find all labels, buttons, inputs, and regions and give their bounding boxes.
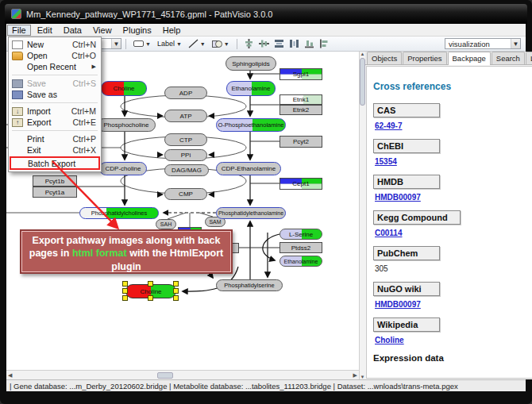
crossref-link[interactable]: 15354 [375, 157, 397, 166]
pathway-node-ctp[interactable]: CTP [164, 133, 207, 146]
selection-handle[interactable] [173, 281, 179, 287]
node-label: Ptdss2 [291, 244, 310, 252]
align-center-horizontal-icon[interactable] [259, 39, 269, 48]
label-tool-text: Label [157, 40, 175, 48]
selection-handle[interactable] [148, 295, 153, 301]
crossref-link[interactable]: HMDB00097 [375, 300, 421, 309]
file-menu-print[interactable]: Print Ctrl+P [9, 133, 101, 144]
pathway-node-ethanolamine-bottom[interactable]: Ethanolamine [279, 256, 322, 267]
pathway-node-phosphocholine[interactable]: Phosphocholine [97, 118, 156, 132]
vertical-scroll-thumb[interactable] [360, 58, 365, 106]
file-menu-batch-export[interactable]: Batch Export [10, 156, 100, 170]
crossrefs-heading: Cross references [373, 81, 532, 92]
file-menu-new[interactable]: New Ctrl+N [9, 39, 101, 50]
gene-datanode-tool[interactable]: ▼ [131, 38, 153, 50]
node-label: Sgpl1 [293, 71, 309, 78]
align-left-icon[interactable] [319, 39, 330, 48]
crossref-link[interactable]: Choline [375, 336, 404, 344]
scroll-left-icon[interactable]: ◀ [6, 372, 13, 379]
pathway-node-sphingolipids[interactable]: Sphingolipids [226, 56, 276, 71]
pathway-node-pcyt2[interactable]: Pcyt2 [279, 136, 322, 148]
file-menu-save-as[interactable]: Save as [9, 89, 101, 100]
selection-handle[interactable] [173, 288, 179, 294]
node-label: CDP-Ethanolamine [222, 165, 276, 172]
gene-node-icon [133, 40, 144, 47]
chevron-down-icon[interactable]: ▼ [511, 39, 520, 48]
file-menu-import[interactable]: ↓ Import Ctrl+M [9, 106, 101, 117]
visualization-combobox[interactable]: visualization ▼ [445, 38, 521, 49]
title-bar[interactable]: Mm_Kennedy_pathway_WP1771_45176.gpml - P… [5, 4, 527, 24]
pathway-node-sah[interactable]: SAH [156, 219, 176, 229]
selection-handle[interactable] [173, 295, 179, 301]
menu-data[interactable]: Data [59, 25, 87, 36]
node-label: DAG/MAG [172, 167, 202, 174]
tab-properties[interactable]: Properties [403, 52, 446, 64]
tab-backpage[interactable]: Backpage [448, 52, 491, 65]
pathway-node-pcyt1b[interactable]: Pcyt1b [33, 175, 77, 187]
selection-handle[interactable] [148, 281, 153, 287]
menu-help[interactable]: Help [158, 25, 186, 36]
status-text: | Gene database: ...m_Derby_20120602.bri… [10, 382, 458, 391]
scroll-up-icon[interactable]: ▲ [360, 52, 365, 56]
align-bottom-icon[interactable] [304, 39, 314, 48]
pathway-node-cdp-ethanolamine[interactable]: CDP-Ethanolamine [216, 162, 281, 175]
menu-item-label: Open Recent [27, 62, 92, 71]
pathway-node-pcyt1a[interactable]: Pcyt1a [33, 187, 77, 198]
pathway-node-cept1[interactable]: Cept1 [279, 178, 322, 190]
pathway-node-phosphatidylserine[interactable]: Phosphatidylserine [216, 279, 283, 291]
pathway-node-etnk1[interactable]: Etnk1 [279, 94, 322, 105]
pathway-node-o-phosphoethanolamine[interactable]: O-Phosphoethanolamine [216, 118, 286, 132]
tab-objects[interactable]: Objects [367, 52, 402, 64]
crossref-link[interactable]: HMDB00097 [375, 193, 421, 202]
chevron-down-icon[interactable]: ▼ [111, 39, 121, 48]
shape-tool[interactable]: ▼ [210, 38, 232, 50]
tab-search[interactable]: Search [492, 52, 525, 64]
chevron-down-icon[interactable]: ▼ [224, 41, 229, 47]
chevron-down-icon[interactable]: ▼ [176, 41, 182, 47]
menu-separator [12, 130, 98, 131]
menu-item-label: Open [27, 51, 65, 60]
distribute-horizontal-icon[interactable] [289, 39, 299, 48]
menu-view[interactable]: View [88, 25, 117, 36]
line-tool[interactable]: ▼ [186, 38, 208, 50]
pathway-node-cdp-choline[interactable]: CDP-choline [99, 162, 147, 175]
pathway-node-ppi[interactable]: PPi [164, 149, 207, 161]
node-label: Cept1 [292, 180, 309, 187]
pathway-node-l-serine[interactable]: L-Serine [279, 229, 322, 240]
selection-handle[interactable] [122, 295, 128, 301]
menu-plugins[interactable]: Plugins [118, 25, 156, 36]
align-center-vertical-icon[interactable] [244, 39, 254, 48]
pathway-node-etnk2[interactable]: Etnk2 [279, 105, 322, 115]
label-tool[interactable]: Label ▼ [155, 38, 184, 50]
chevron-down-icon[interactable]: ▼ [200, 41, 206, 47]
menu-edit[interactable]: Edit [33, 25, 57, 36]
pathway-node-phosphatidylethanolamine[interactable]: Phosphatidylethanolamine [216, 207, 286, 219]
vertical-scrollbar[interactable]: ▲ ▼ [359, 52, 365, 379]
menu-file[interactable]: File [7, 25, 31, 36]
distribute-vertical-icon[interactable] [274, 39, 284, 48]
scroll-right-icon[interactable]: ▶ [352, 372, 359, 379]
pathway-node-cmp[interactable]: CMP [164, 188, 207, 200]
horizontal-scrollbar[interactable]: ◀ ▶ [6, 370, 359, 379]
file-menu-exit[interactable]: Exit Ctrl+X [9, 144, 101, 156]
pathway-node-atp[interactable]: ATP [164, 110, 207, 122]
pathway-node-ethanolamine-top[interactable]: Ethanolamine [226, 81, 276, 96]
pathway-node-phosphatidylcholines[interactable]: Phosphatidylcholines [79, 207, 159, 219]
selection-handle[interactable] [122, 281, 128, 287]
crossref-link[interactable]: 62-49-7 [375, 121, 402, 130]
pathway-node-ptdss2[interactable]: Ptdss2 [279, 242, 322, 253]
tab-legend[interactable]: Legend [526, 52, 532, 64]
horizontal-scroll-thumb[interactable] [157, 372, 173, 379]
chevron-down-icon[interactable]: ▼ [145, 41, 151, 47]
pathway-node-adp[interactable]: ADP [164, 87, 207, 99]
file-menu-open[interactable]: Open Ctrl+O [9, 50, 101, 61]
pathway-node-choline-top[interactable]: Choline [101, 81, 147, 96]
file-menu-open-recent[interactable]: Open Recent ▶ [9, 61, 101, 72]
crossref-source: CAS [373, 103, 440, 117]
crossref-section-kegg: Kegg Compound C00114 [373, 210, 532, 239]
pathway-node-dag-mag[interactable]: DAG/MAG [164, 164, 209, 176]
pathway-node-sgpl1[interactable]: Sgpl1 [279, 68, 322, 80]
file-menu-export[interactable]: ↑ Export Ctrl+E [9, 117, 101, 128]
selection-handle[interactable] [122, 288, 128, 294]
crossref-link[interactable]: C00114 [375, 229, 402, 237]
